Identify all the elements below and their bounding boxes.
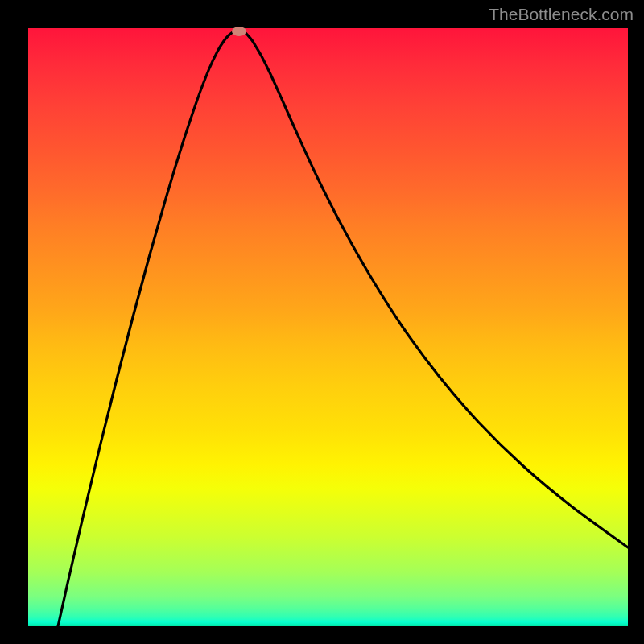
chart-frame: TheBottleneck.com — [0, 0, 644, 644]
optimal-point-marker — [232, 27, 246, 36]
plot-area — [28, 28, 628, 626]
curve-svg — [28, 28, 628, 626]
watermark-text: TheBottleneck.com — [489, 5, 634, 24]
bottleneck-curve — [58, 29, 628, 626]
